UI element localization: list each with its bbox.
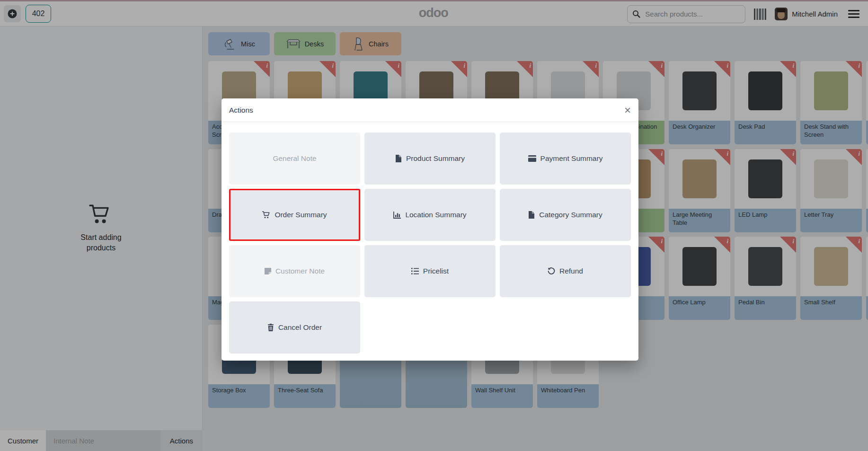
action-category-summary[interactable]: Category Summary <box>500 189 631 241</box>
action-pricelist[interactable]: Pricelist <box>364 245 496 297</box>
dialog-header: Actions × <box>221 98 638 122</box>
action-payment-summary[interactable]: Payment Summary <box>500 133 631 185</box>
action-location-summary[interactable]: Location Summary <box>364 189 496 241</box>
action-general-note[interactable]: General Note <box>229 133 360 185</box>
action-label: Customer Note <box>275 267 325 275</box>
action-label: Product Summary <box>406 154 465 163</box>
action-refund[interactable]: Refund <box>500 245 631 297</box>
action-cancel-order[interactable]: Cancel Order <box>229 301 360 354</box>
dialog-actions-grid: General NoteProduct SummaryPayment Summa… <box>221 122 638 361</box>
action-label: Category Summary <box>539 211 602 219</box>
action-label: Cancel Order <box>278 323 322 332</box>
note-icon <box>265 268 271 275</box>
bar-chart-icon <box>393 212 401 219</box>
document-icon <box>395 155 402 162</box>
action-label: Pricelist <box>423 267 449 275</box>
action-order-summary[interactable]: Order Summary <box>229 189 360 241</box>
action-label: Location Summary <box>405 211 466 219</box>
list-icon <box>411 268 419 274</box>
action-label: Order Summary <box>275 211 327 219</box>
action-label: Refund <box>559 267 583 275</box>
document-icon <box>528 211 535 219</box>
cart-icon <box>262 211 270 219</box>
pos-app: 402 odoo Mitchell Admin <box>0 0 868 451</box>
credit-card-icon <box>528 155 536 162</box>
dialog-title: Actions <box>229 106 253 115</box>
action-label: Payment Summary <box>540 154 603 163</box>
action-product-summary[interactable]: Product Summary <box>364 133 496 185</box>
action-label: General Note <box>273 154 316 163</box>
undo-icon <box>548 267 555 275</box>
close-icon[interactable]: × <box>624 105 631 116</box>
trash-icon <box>267 324 274 331</box>
action-customer-note[interactable]: Customer Note <box>229 245 360 297</box>
actions-dialog: Actions × General NoteProduct SummaryPay… <box>221 98 638 361</box>
